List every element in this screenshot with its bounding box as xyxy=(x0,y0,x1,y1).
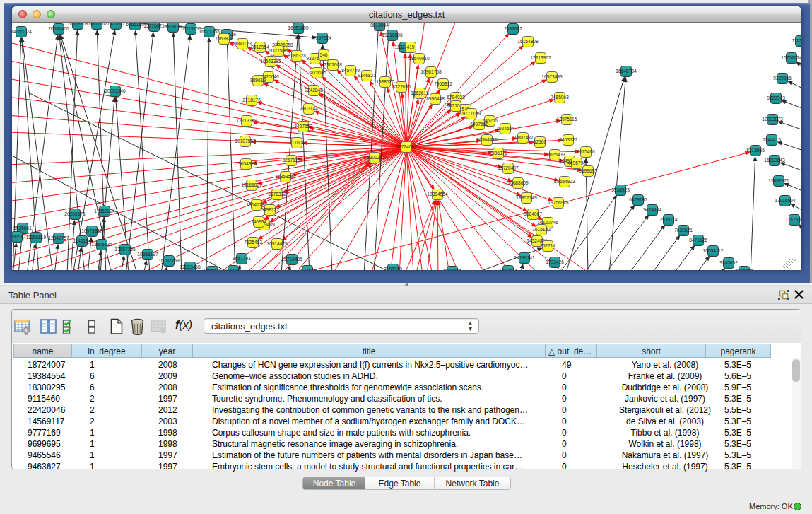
svg-text:7485063: 7485063 xyxy=(551,95,569,100)
svg-text:8427552: 8427552 xyxy=(294,124,312,129)
svg-text:10025433: 10025433 xyxy=(544,152,565,157)
svg-text:8245652: 8245652 xyxy=(735,269,753,270)
svg-text:16154808: 16154808 xyxy=(517,39,539,44)
svg-text:9329966: 9329966 xyxy=(773,76,792,81)
svg-text:12213369: 12213369 xyxy=(236,118,257,123)
svg-text:10973493: 10973493 xyxy=(541,74,563,79)
svg-text:20053346: 20053346 xyxy=(105,88,126,93)
svg-text:18724007: 18724007 xyxy=(396,144,417,149)
svg-text:17359924: 17359924 xyxy=(94,209,115,214)
svg-text:9327505: 9327505 xyxy=(269,48,288,53)
svg-text:20364436: 20364436 xyxy=(476,137,498,142)
svg-text:16648784: 16648784 xyxy=(616,69,637,74)
svg-text:16914479: 16914479 xyxy=(266,241,288,246)
svg-text:10107552: 10107552 xyxy=(235,139,256,144)
svg-text:1413614: 1413614 xyxy=(499,268,517,270)
svg-text:14055724: 14055724 xyxy=(12,29,32,34)
svg-text:5535061: 5535061 xyxy=(13,226,32,230)
svg-text:9084067: 9084067 xyxy=(524,211,542,216)
svg-text:1588520: 1588520 xyxy=(376,79,394,84)
svg-text:25300203: 25300203 xyxy=(364,155,385,160)
svg-text:20691406: 20691406 xyxy=(48,26,69,31)
svg-text:252214: 252214 xyxy=(540,243,555,248)
svg-text:17957255: 17957255 xyxy=(114,247,136,252)
svg-text:1112753: 1112753 xyxy=(792,38,801,43)
svg-text:15716485: 15716485 xyxy=(281,257,302,262)
svg-text:6794028: 6794028 xyxy=(447,95,465,100)
svg-text:16782759: 16782759 xyxy=(158,258,180,263)
svg-text:7663822: 7663822 xyxy=(215,36,233,41)
svg-text:9699695: 9699695 xyxy=(579,168,597,173)
svg-text:19654923: 19654923 xyxy=(554,179,575,184)
svg-text:9463627: 9463627 xyxy=(559,137,577,142)
svg-text:18807249: 18807249 xyxy=(516,195,537,200)
svg-text:1362615: 1362615 xyxy=(411,90,429,95)
svg-text:3624554: 3624554 xyxy=(496,126,514,131)
svg-text:11353594: 11353594 xyxy=(276,174,296,179)
svg-text:8213955: 8213955 xyxy=(746,148,765,153)
svg-text:12923468: 12923468 xyxy=(180,264,201,269)
svg-text:19166827: 19166827 xyxy=(241,182,262,187)
svg-text:9146821: 9146821 xyxy=(358,73,376,78)
svg-text:12942757: 12942757 xyxy=(48,235,69,240)
svg-text:16053809: 16053809 xyxy=(288,25,309,30)
svg-text:1167533: 1167533 xyxy=(785,217,801,222)
svg-text:10688609: 10688609 xyxy=(507,180,529,185)
svg-text:8813054: 8813054 xyxy=(370,23,389,28)
svg-text:19654925: 19654925 xyxy=(235,161,257,166)
svg-text:3391547: 3391547 xyxy=(12,234,26,239)
svg-text:9078138: 9078138 xyxy=(164,24,182,29)
svg-text:3875685: 3875685 xyxy=(308,70,326,75)
svg-text:10653267: 10653267 xyxy=(86,23,107,26)
svg-text:3912954: 3912954 xyxy=(251,45,269,49)
svg-text:3267110: 3267110 xyxy=(282,158,300,163)
svg-text:15751074: 15751074 xyxy=(781,55,801,60)
svg-text:15692971: 15692971 xyxy=(768,178,789,183)
svg-text:1615132: 1615132 xyxy=(532,227,551,232)
svg-text:16671355: 16671355 xyxy=(199,29,220,34)
svg-text:1733426: 1733426 xyxy=(546,259,564,264)
svg-text:9777169: 9777169 xyxy=(462,111,481,116)
svg-text:717006: 717006 xyxy=(289,140,305,145)
svg-text:9316482: 9316482 xyxy=(443,269,461,270)
svg-text:19384554: 19384554 xyxy=(427,192,448,197)
svg-text:16053809: 16053809 xyxy=(67,23,88,26)
svg-text:62160: 62160 xyxy=(534,139,547,144)
svg-text:10654112: 10654112 xyxy=(703,248,724,253)
svg-text:12505135: 12505135 xyxy=(91,242,112,247)
svg-text:1244415: 1244415 xyxy=(763,137,781,142)
svg-text:4495798: 4495798 xyxy=(567,160,586,165)
svg-text:8454749: 8454749 xyxy=(341,68,360,73)
svg-text:17016504: 17016504 xyxy=(775,198,796,203)
svg-text:7357224: 7357224 xyxy=(313,35,331,40)
svg-text:140994: 140994 xyxy=(251,219,266,224)
svg-text:2803144: 2803144 xyxy=(300,106,318,111)
svg-text:18640910: 18640910 xyxy=(408,56,430,61)
svg-text:2935114: 2935114 xyxy=(659,217,678,222)
svg-text:10807487: 10807487 xyxy=(512,135,534,140)
svg-text:12975115: 12975115 xyxy=(557,117,577,122)
svg-text:546: 546 xyxy=(319,52,327,57)
svg-text:11156819: 11156819 xyxy=(26,235,47,240)
svg-text:10046786: 10046786 xyxy=(246,202,267,207)
svg-text:7625402: 7625402 xyxy=(244,240,262,245)
svg-text:8322035: 8322035 xyxy=(392,84,411,89)
svg-text:15276021: 15276021 xyxy=(143,23,165,28)
svg-text:5938923: 5938923 xyxy=(611,187,630,192)
svg-text:1145194: 1145194 xyxy=(73,238,91,243)
svg-text:9227343: 9227343 xyxy=(767,95,785,100)
svg-text:20206576: 20206576 xyxy=(64,211,86,216)
svg-text:8660123: 8660123 xyxy=(233,41,252,46)
svg-text:2367608: 2367608 xyxy=(324,62,342,67)
svg-text:9242848: 9242848 xyxy=(305,88,323,93)
svg-text:16210643: 16210643 xyxy=(764,158,785,163)
svg-text:12213967: 12213967 xyxy=(530,55,551,60)
svg-text:7986372: 7986372 xyxy=(489,151,507,156)
svg-text:9474444: 9474444 xyxy=(643,207,661,212)
svg-text:8186328: 8186328 xyxy=(288,53,306,58)
svg-text:1571648: 1571648 xyxy=(298,268,317,270)
svg-text:8471626: 8471626 xyxy=(689,238,707,243)
svg-text:10961758: 10961758 xyxy=(420,69,442,74)
svg-text:1527602: 1527602 xyxy=(107,23,125,26)
svg-text:7632621: 7632621 xyxy=(674,228,693,233)
